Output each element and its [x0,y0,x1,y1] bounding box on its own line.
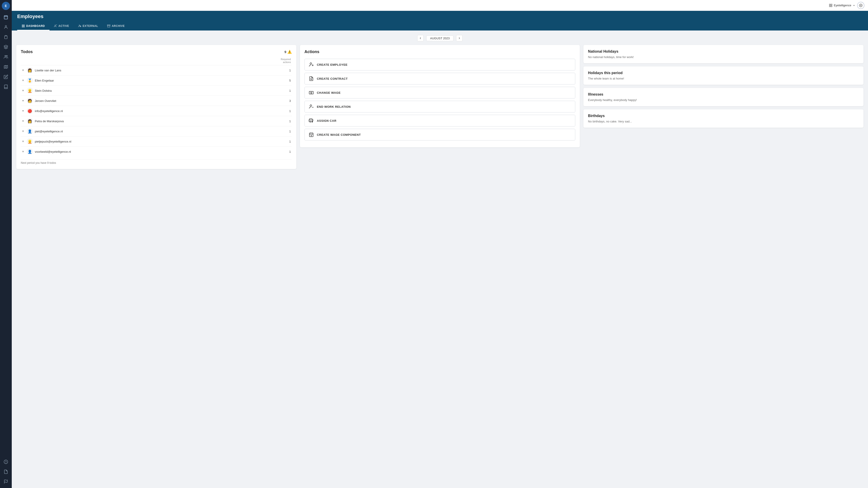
svg-point-22 [79,25,80,26]
svg-point-9 [4,460,8,464]
sidebar-item-docs[interactable] [1,467,10,476]
required-actions-count: 1 [289,150,291,153]
table-row: ▼ 👩 Petra de Marskarpova 1 [21,116,292,126]
required-actions-count: 1 [289,89,291,92]
actions-card: Actions CREATE EMPLOYEE [300,45,580,147]
create-wage-component-button[interactable]: CREATE WAGE COMPONENT [305,129,576,140]
svg-point-35 [310,121,311,122]
avatar: 👱 [27,138,33,144]
create-employee-label: CREATE EMPLOYEE [317,63,348,66]
employee-name: piet@eyetelligence.nl [35,130,287,133]
sidebar-item-book[interactable] [1,82,10,91]
required-actions-count: 1 [289,69,291,72]
tab-archive[interactable]: ARCHIVE [103,22,129,31]
todos-col-header: Required actions [21,58,292,64]
chevron-down-icon[interactable]: ▼ [22,120,25,123]
table-row: ▼ 🔴 info@eyetelligence.nl 1 [21,106,292,116]
avatar: 🥇 [27,77,33,84]
national-holidays-card: National Holidays No national holidays, … [583,45,864,63]
create-wage-component-label: CREATE WAGE COMPONENT [317,133,361,136]
sidebar-item-edit[interactable] [1,72,10,81]
sidebar-item-help[interactable] [1,457,10,466]
period-prev-button[interactable] [417,35,424,41]
svg-point-4 [5,26,7,27]
page-content: AUGUST 2023 Todos 9 ⚠️ Required actions [12,31,868,488]
app-logo: E [2,2,10,10]
national-holidays-title: National Holidays [588,50,859,54]
avatar: 🔴 [27,108,33,114]
svg-rect-24 [107,25,110,26]
required-actions-count: 1 [289,109,291,113]
table-row: ▼ 🧑 Jeroen Overvliet 3 [21,96,292,106]
holidays-period-text: The whole team is at home! [588,77,859,80]
sidebar-item-map[interactable] [1,62,10,71]
birthdays-title: Birthdays [588,114,859,118]
sidebar-item-person[interactable] [1,23,10,32]
svg-rect-13 [831,4,832,5]
illnesses-text: Everybody healthy, everybody happy! [588,98,859,102]
sidebar-item-group[interactable] [1,53,10,61]
employee-name: pietjepuck@eyetelligence.nl [35,140,287,143]
svg-rect-15 [831,6,832,7]
todos-title: Todos [21,50,33,54]
required-actions-count: 1 [289,140,291,143]
create-contract-button[interactable]: CREATE CONTRACT [305,73,576,85]
illnesses-card: Illnesses Everybody healthy, everybody h… [583,88,864,106]
company-name: Eyetelligence [834,4,851,7]
sidebar-item-flag[interactable] [1,477,10,486]
svg-point-16 [860,5,861,6]
chevron-down-icon[interactable]: ▼ [22,69,25,72]
svg-point-10 [6,462,6,463]
table-row: ▼ 👱 Stein Dolstra 1 [21,86,292,96]
topbar: Eyetelligence [12,0,868,11]
chevron-down-icon[interactable]: ▼ [22,150,25,153]
table-row: ▼ 👤 voorbeeld@eyetelligence.nl 1 [21,147,292,157]
avatar: 👩 [27,118,33,124]
employee-name: Jeroen Overvliet [35,99,287,103]
svg-point-32 [311,92,312,94]
end-work-relation-button[interactable]: END WORK RELATION [305,101,576,112]
sidebar-item-layers[interactable] [1,42,10,52]
page-title: Employees [17,13,863,20]
svg-rect-18 [24,25,24,26]
end-work-relation-label: END WORK RELATION [317,105,351,108]
table-row: ▼ 👩 Lisette van der Lans 1 [21,65,292,75]
employee-name: voorbeeld@eyetelligence.nl [35,150,287,153]
chevron-down-icon[interactable]: ▼ [22,79,25,82]
avatar: 👤 [27,149,33,155]
svg-rect-12 [829,4,831,5]
chevron-down-icon[interactable]: ▼ [22,140,25,143]
chevron-down-icon[interactable]: ▼ [22,99,25,102]
todos-header: Todos 9 ⚠️ [21,50,292,54]
tab-active[interactable]: ACTIVE [50,22,74,31]
company-selector[interactable]: Eyetelligence [829,4,855,7]
avatar: 👤 [27,128,33,134]
tab-dashboard[interactable]: DASHBOARD [17,22,50,31]
svg-rect-20 [24,26,24,27]
assign-car-button[interactable]: ASSIGN CAR [305,115,576,127]
table-row: ▼ 🥇 Elien Engelaar 5 [21,75,292,86]
sidebar-item-reports[interactable] [1,33,10,41]
todos-card: Todos 9 ⚠️ Required actions ▼ 👩 Lisette … [16,45,296,169]
svg-point-6 [6,55,7,57]
period-next-button[interactable] [456,35,463,41]
birthdays-text: No birthdays, no cake. Very sad... [588,120,859,123]
todos-badge: 9 ⚠️ [284,50,291,54]
table-row: ▼ 👤 piet@eyetelligence.nl 1 [21,126,292,136]
sidebar-item-calendar[interactable] [1,13,10,22]
create-employee-button[interactable]: CREATE EMPLOYEE [305,59,576,70]
svg-point-26 [310,63,311,64]
create-contract-label: CREATE CONTRACT [317,77,348,80]
svg-rect-19 [22,26,23,27]
chevron-down-icon[interactable]: ▼ [22,109,25,112]
change-wage-button[interactable]: CHANGE WAGE [305,87,576,98]
sidebar: E [0,0,12,488]
tab-external[interactable]: EXTERNAL [74,22,103,31]
period-label: AUGUST 2023 [426,35,454,41]
period-nav: AUGUST 2023 [16,35,864,41]
employee-name: info@eyetelligence.nl [35,109,287,113]
info-cards-column: National Holidays No national holidays, … [583,45,864,128]
chevron-down-icon[interactable]: ▼ [22,130,25,133]
settings-button[interactable] [857,2,864,9]
chevron-down-icon[interactable]: ▼ [22,89,25,92]
